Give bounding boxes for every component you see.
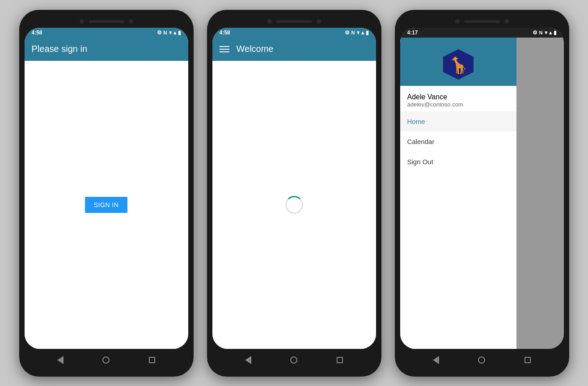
status-icons-2: ⚙ N ▾ ▴ ▮ xyxy=(345,30,369,36)
camera-dot-left xyxy=(80,19,84,24)
phone-1-top-bar xyxy=(25,15,188,28)
phone-1: 4:58 ⚙ N ▾ ▴ ▮ Please sign in SIGN IN xyxy=(19,10,194,377)
recents-button-2[interactable] xyxy=(337,357,343,363)
status-bar-1: 4:58 ⚙ N ▾ ▴ ▮ xyxy=(25,28,188,38)
sensor-bar-2 xyxy=(276,20,312,23)
app-bar-title-1: Please sign in xyxy=(32,44,88,54)
camera-dot-right xyxy=(129,19,133,24)
recents-button-1[interactable] xyxy=(149,357,155,363)
battery-icon-2: ▮ xyxy=(366,30,369,36)
status-time-3: 4:17 xyxy=(407,30,418,36)
app-bar-1: Please sign in xyxy=(25,38,188,61)
nfc-icon-3: N xyxy=(539,30,543,35)
status-bar-2: 4:58 ⚙ N ▾ ▴ ▮ xyxy=(212,28,376,38)
wifi-icon-3: ▾ xyxy=(545,30,547,36)
loading-spinner xyxy=(285,196,303,214)
camera-dot-left-3 xyxy=(455,19,460,24)
avatar-container: 🦒 xyxy=(442,48,474,81)
drawer-menu-item-calendar[interactable]: Calendar xyxy=(400,131,516,152)
signal-icon-2: ▴ xyxy=(361,30,364,36)
phone-3: 4:17 ⚙ N ▾ ▴ ▮ xyxy=(395,10,569,377)
avatar-hex-shape: 🦒 xyxy=(442,48,474,81)
gear-icon-2: ⚙ xyxy=(345,30,350,36)
signal-icon-3: ▴ xyxy=(549,30,552,36)
home-button-2[interactable] xyxy=(290,356,297,364)
sign-in-button[interactable]: SIGN IN xyxy=(85,197,128,213)
camera-dot-right-2 xyxy=(317,19,321,24)
phone-3-inner: 4:17 ⚙ N ▾ ▴ ▮ xyxy=(400,28,564,349)
wifi-icon: ▾ xyxy=(169,30,172,36)
hamburger-menu-icon[interactable] xyxy=(220,46,229,52)
recents-button-3[interactable] xyxy=(525,357,531,363)
drawer-user-info: Adele Vance adelev@contoso.com xyxy=(400,86,516,111)
phone-1-inner: 4:58 ⚙ N ▾ ▴ ▮ Please sign in SIGN IN xyxy=(25,28,188,349)
back-button-2[interactable] xyxy=(245,356,251,364)
home-button-1[interactable] xyxy=(102,356,110,364)
hamburger-line-1 xyxy=(220,46,229,47)
phone-2-inner: 4:58 ⚙ N ▾ ▴ ▮ Welcome xyxy=(212,28,376,349)
phone-3-top-bar xyxy=(400,15,564,28)
back-button-3[interactable] xyxy=(433,356,439,364)
gear-icon: ⚙ xyxy=(157,30,162,36)
app-bar-2: Welcome xyxy=(212,38,376,61)
wifi-icon-2: ▾ xyxy=(357,30,360,36)
screen-content-1: SIGN IN xyxy=(25,61,188,349)
avatar-giraffe-emoji: 🦒 xyxy=(448,55,468,75)
phone-2: 4:58 ⚙ N ▾ ▴ ▮ Welcome xyxy=(207,10,381,377)
gear-icon-3: ⚙ xyxy=(533,30,537,36)
signal-icon: ▴ xyxy=(173,30,176,36)
sensor-bar-3 xyxy=(464,20,500,23)
status-bar-3: 4:17 ⚙ N ▾ ▴ ▮ xyxy=(400,28,564,38)
nfc-icon: N xyxy=(164,30,167,35)
app-bar-title-2: Welcome xyxy=(237,44,274,54)
sensor-bar xyxy=(89,20,124,23)
camera-dot-left-2 xyxy=(267,19,272,24)
back-button-1[interactable] xyxy=(57,356,63,364)
drawer-user-name: Adele Vance xyxy=(407,93,509,101)
drawer-overlay[interactable] xyxy=(516,38,564,349)
screen-content-2 xyxy=(212,61,376,349)
drawer-menu-item-sign-out[interactable]: Sign Out xyxy=(400,152,516,172)
home-button-3[interactable] xyxy=(478,356,485,364)
drawer-header-teal: 🦒 xyxy=(400,38,516,86)
hamburger-line-2 xyxy=(220,49,229,50)
status-time-2: 4:58 xyxy=(220,30,230,36)
status-time-1: 4:58 xyxy=(32,30,42,36)
phone-2-top-bar xyxy=(212,15,376,28)
phone-2-bottom xyxy=(212,349,376,371)
drawer-menu-item-home[interactable]: Home xyxy=(400,111,516,131)
phone-3-bottom xyxy=(400,349,564,371)
drawer-user-email: adelev@contoso.com xyxy=(407,101,509,108)
phone-1-bottom xyxy=(25,349,188,371)
status-icons-3: ⚙ N ▾ ▴ ▮ xyxy=(533,30,557,36)
nfc-icon-2: N xyxy=(351,30,355,35)
camera-dot-right-3 xyxy=(504,19,509,24)
status-icons-1: ⚙ N ▾ ▴ ▮ xyxy=(157,30,181,36)
battery-icon: ▮ xyxy=(178,30,181,36)
drawer-panel: 🦒 Adele Vance adelev@contoso.com Home Ca… xyxy=(400,38,516,349)
hamburger-line-3 xyxy=(220,51,229,52)
battery-icon-3: ▮ xyxy=(554,30,557,36)
